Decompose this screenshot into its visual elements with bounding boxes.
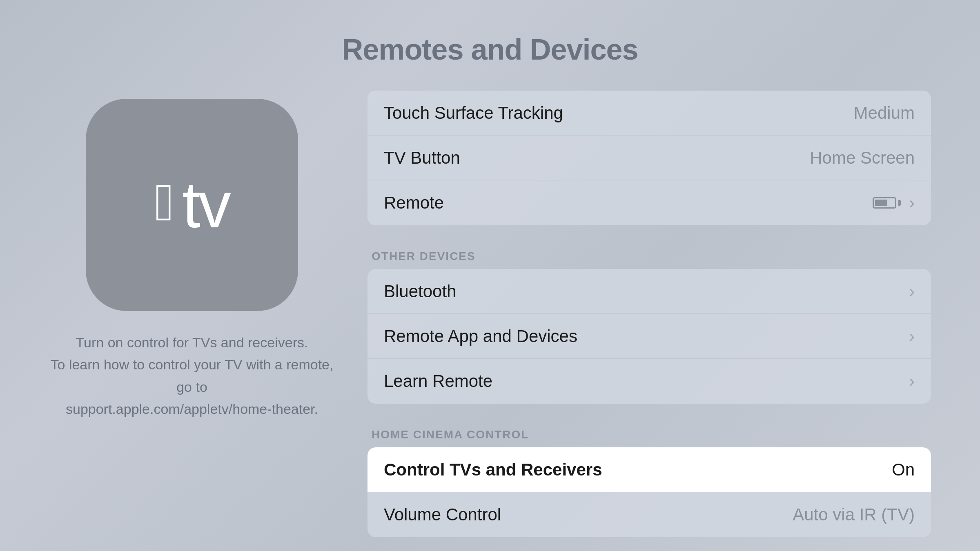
tv-button-value: Home Screen: [810, 148, 915, 168]
tv-button-row[interactable]: TV Button Home Screen: [368, 136, 931, 180]
bluetooth-label: Bluetooth: [384, 282, 456, 301]
control-tvs-receivers-value: On: [892, 460, 915, 480]
other-devices-group: Bluetooth › Remote App and Devices › Lea…: [368, 269, 931, 404]
tv-button-label: TV Button: [384, 148, 460, 168]
page-title: Remotes and Devices: [342, 33, 638, 66]
remote-label: Remote: [384, 193, 444, 213]
battery-icon: [873, 197, 901, 209]
other-devices-section: OTHER DEVICES Bluetooth › Remote App and…: [368, 238, 931, 404]
volume-control-value: Auto via IR (TV): [793, 505, 915, 524]
remote-app-devices-label: Remote App and Devices: [384, 327, 577, 346]
home-cinema-section: HOME CINEMA CONTROL Control TVs and Rece…: [368, 416, 931, 537]
remote-right: ›: [873, 193, 915, 213]
apple-tv-icon:  tv: [86, 99, 298, 311]
apple-logo-icon: : [155, 176, 174, 229]
left-panel:  tv Turn on control for TVs and receive…: [49, 99, 335, 420]
remote-chevron-icon: ›: [909, 193, 915, 213]
learn-remote-row[interactable]: Learn Remote ›: [368, 359, 931, 404]
remote-row[interactable]: Remote ›: [368, 180, 931, 225]
other-devices-header: OTHER DEVICES: [368, 238, 931, 269]
bluetooth-row[interactable]: Bluetooth ›: [368, 269, 931, 314]
remote-settings-group: Touch Surface Tracking Medium TV Button …: [368, 91, 931, 225]
description-text: Turn on control for TVs and receivers. T…: [49, 331, 335, 420]
learn-remote-label: Learn Remote: [384, 371, 492, 391]
bluetooth-chevron-icon: ›: [909, 282, 915, 301]
home-cinema-group: Control TVs and Receivers On Volume Cont…: [368, 447, 931, 537]
control-tvs-receivers-label: Control TVs and Receivers: [384, 460, 602, 480]
touch-surface-tracking-label: Touch Surface Tracking: [384, 103, 563, 123]
volume-control-row[interactable]: Volume Control Auto via IR (TV): [368, 492, 931, 537]
right-panel: Touch Surface Tracking Medium TV Button …: [368, 91, 931, 537]
remote-app-chevron-icon: ›: [909, 327, 915, 346]
tv-text: tv: [183, 167, 229, 242]
control-tvs-receivers-row[interactable]: Control TVs and Receivers On: [368, 447, 931, 492]
remote-app-devices-row[interactable]: Remote App and Devices ›: [368, 314, 931, 359]
touch-surface-tracking-row[interactable]: Touch Surface Tracking Medium: [368, 91, 931, 136]
learn-remote-chevron-icon: ›: [909, 371, 915, 391]
home-cinema-header: HOME CINEMA CONTROL: [368, 416, 931, 447]
touch-surface-tracking-value: Medium: [854, 103, 915, 123]
volume-control-label: Volume Control: [384, 505, 501, 524]
